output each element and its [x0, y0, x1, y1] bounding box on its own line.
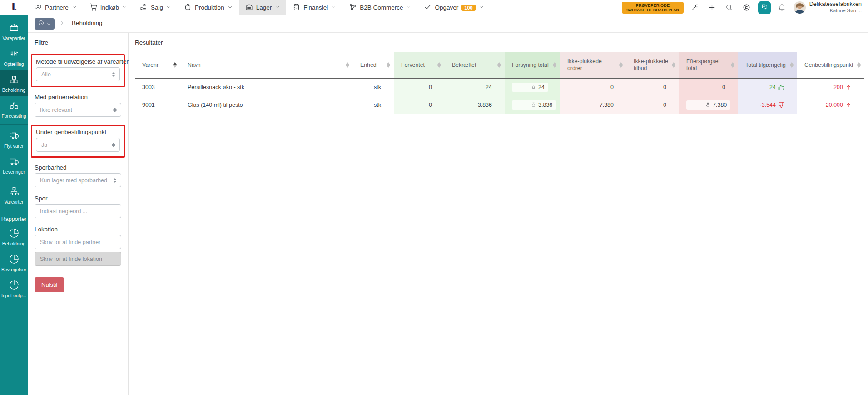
thumbs-down-icon: [778, 102, 784, 108]
sort-icon[interactable]: [672, 62, 675, 68]
chat-button[interactable]: [758, 1, 771, 14]
demand-detail-chip[interactable]: 7.380: [686, 100, 730, 110]
sort-icon[interactable]: [437, 62, 441, 68]
partnerrelation-select[interactable]: Ikke relevant: [35, 103, 121, 117]
bell-icon[interactable]: [776, 2, 788, 14]
filter-panel: Filtre Metode til udvælgelse af varearte…: [28, 33, 129, 395]
nav-produktion[interactable]: Produktion: [178, 0, 239, 15]
metode-select[interactable]: Alle: [36, 67, 120, 81]
sidebar-item-varearter[interactable]: Varearter: [0, 182, 28, 208]
truck-fast-icon: [9, 130, 19, 142]
box-icon: [9, 23, 19, 35]
sidebar-item-rapport-bevaegelser[interactable]: Bevægelser: [0, 250, 28, 276]
filter-genbestillingspunkt: Under genbestillingspunkt Ja: [36, 129, 120, 152]
magic-wand-icon[interactable]: [689, 2, 701, 14]
sidebar-item-rapport-input-output[interactable]: Input-outp...: [0, 276, 28, 302]
col-enhed[interactable]: Enhed: [353, 52, 394, 78]
table-row[interactable]: 9001 Glas (140 ml) til pesto stk 0 3.836…: [135, 96, 864, 114]
user-menu[interactable]: Delikatessefabrikken Katrine Søn ...: [794, 1, 863, 14]
lokation-partner-input[interactable]: [35, 235, 121, 249]
filter-genbestillingspunkt-label: Under genbestillingspunkt: [36, 129, 120, 135]
nav-lager[interactable]: Lager: [239, 0, 287, 15]
sidebar-item-varepartier[interactable]: Varepartier: [0, 19, 28, 45]
sort-icon[interactable]: [173, 62, 177, 68]
sort-icon[interactable]: [619, 62, 623, 68]
tab-beholdning[interactable]: Beholdning: [69, 17, 105, 30]
app-logo[interactable]: t: [0, 0, 28, 15]
sidebar-divider: [0, 210, 28, 210]
select-arrows-icon: [112, 143, 115, 147]
cell-bekraeftet: 24: [445, 78, 505, 96]
tasks-count-badge: 100: [461, 5, 475, 11]
cart-icon: [89, 3, 97, 12]
sporbarhed-select[interactable]: Kun lager med sporbarhed: [35, 173, 121, 187]
supply-detail-chip[interactable]: 24: [512, 83, 548, 92]
history-icon: [38, 20, 44, 28]
sidebar-item-optaelling[interactable]: Optælling: [0, 45, 28, 70]
sidebar-item-leveringer[interactable]: Leveringer: [0, 152, 28, 178]
cell-genbestillingspunkt: 200: [797, 78, 864, 96]
select-arrows-icon: [112, 72, 115, 77]
col-bekraeftet[interactable]: Bekræftet: [445, 52, 505, 78]
sort-icon[interactable]: [553, 62, 556, 68]
coins-icon: [293, 3, 300, 12]
sidebar-divider: [0, 124, 28, 125]
col-forsyning-total[interactable]: Forsyning total: [505, 52, 560, 78]
select-arrows-icon: [113, 178, 117, 183]
truck-icon: [9, 156, 19, 168]
sort-icon[interactable]: [857, 62, 861, 68]
sidebar-item-beholdning[interactable]: Beholdning: [0, 70, 28, 96]
sort-icon[interactable]: [497, 62, 501, 68]
col-forventet[interactable]: Forventet: [394, 52, 445, 78]
supply-detail-chip[interactable]: 3.836: [512, 100, 556, 110]
handshake-icon: [34, 3, 42, 12]
company-name: Delikatessefabrikken: [809, 1, 862, 8]
sidebar-item-forecasting[interactable]: Forecasting: [0, 96, 28, 122]
search-icon[interactable]: [724, 2, 735, 14]
flask-icon: [531, 102, 536, 107]
sort-icon[interactable]: [346, 62, 349, 68]
nav-finansiel[interactable]: Finansiel: [286, 0, 342, 15]
spor-input[interactable]: [35, 204, 121, 218]
cell-ikke-plukkede-tilbud: 0: [626, 78, 679, 96]
col-total-tilgaengelig[interactable]: Total tilgængelig: [738, 52, 797, 78]
genbestillingspunkt-select[interactable]: Ja: [36, 138, 120, 152]
sidebar-section-rapporter: Rapporter: [0, 212, 28, 224]
sidebar-item-rapport-beholdning[interactable]: Beholdning: [0, 224, 28, 250]
filter-metode-label: Metode til udvælgelse af varearter: [36, 58, 120, 65]
sidebar-item-flyt-varer[interactable]: Flyt varer: [0, 126, 28, 152]
col-varenr[interactable]: Varenr.: [135, 52, 180, 78]
sidebar: Varepartier Optælling Beholdning Forecas…: [0, 15, 28, 395]
globe-icon[interactable]: [741, 2, 753, 14]
col-genbestillingspunkt[interactable]: Genbestillingspunkt: [797, 52, 864, 78]
col-efterspoergsel-total[interactable]: Efterspørgsel total: [679, 52, 738, 78]
cell-ikke-plukkede-ordrer: 0: [560, 78, 626, 96]
binoculars-icon: [9, 100, 19, 112]
reset-button[interactable]: Nulstil: [35, 277, 64, 292]
col-navn[interactable]: Navn: [180, 52, 353, 78]
col-ikke-plukkede-tilbud[interactable]: Ikke-plukkede tilbud: [626, 52, 679, 78]
nav-opgaver[interactable]: Opgaver 100: [417, 0, 490, 15]
main-nav: Partnere Indkøb Salg Produktion Lager Fi…: [28, 0, 490, 15]
check-icon: [424, 3, 432, 12]
col-ikke-plukkede-ordrer[interactable]: Ikke-plukkede ordrer: [560, 52, 626, 78]
nav-salg[interactable]: Salg: [134, 0, 178, 15]
sort-icon[interactable]: [790, 62, 794, 68]
hand-coin-icon: [140, 3, 148, 12]
table-row[interactable]: 3003 Persillesnack øko - stk stk 0 24 24…: [135, 78, 864, 96]
nav-partnere[interactable]: Partnere: [28, 0, 83, 15]
nav-b2b-commerce[interactable]: B2B Commerce: [342, 0, 417, 15]
sort-icon[interactable]: [387, 62, 390, 68]
filter-lokation: Lokation: [35, 226, 121, 266]
trial-period-badge[interactable]: PRØVEPERIODE 949 DAGE TIL GRATIS PLAN: [622, 2, 683, 14]
plus-icon[interactable]: [706, 2, 718, 14]
cell-forsyning-total: 24: [505, 78, 560, 96]
cell-total-tilgaengelig: -3.544: [738, 96, 797, 114]
chevron-down-icon: [479, 4, 484, 11]
nav-indkob[interactable]: Indkøb: [83, 0, 134, 15]
cell-forsyning-total: 3.836: [505, 96, 560, 114]
history-button[interactable]: [35, 18, 55, 30]
pie-chart-icon: [9, 228, 19, 240]
sort-icon[interactable]: [731, 62, 734, 68]
filter-lokation-label: Lokation: [35, 226, 121, 233]
